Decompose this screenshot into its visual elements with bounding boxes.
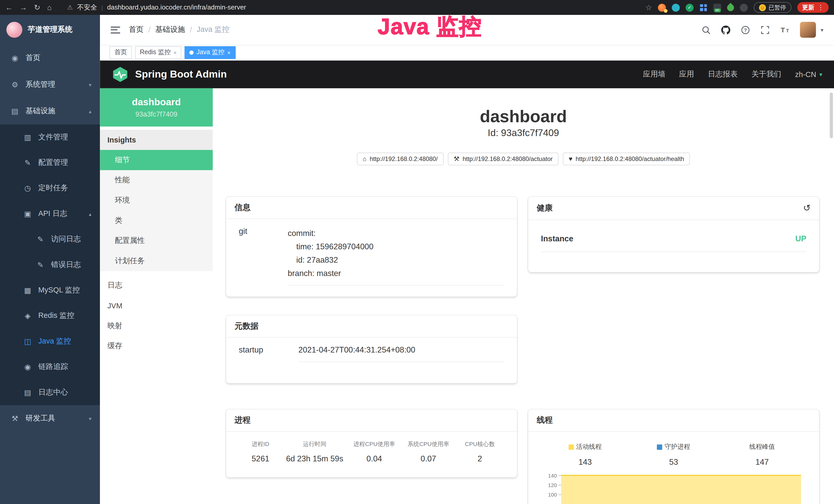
sidebar-item-devtools[interactable]: ⚒ 研发工具 ▾	[0, 405, 100, 432]
page-subtitle: Id: 93a3fc7f7409	[213, 128, 834, 139]
instance-header[interactable]: dashboard 93a3fc7f7409	[100, 88, 213, 127]
status-badge: UP	[795, 234, 806, 243]
svg-text:?: ?	[744, 27, 747, 32]
help-icon[interactable]: ?	[741, 25, 750, 35]
extension-octopus-icon[interactable]	[740, 3, 748, 11]
sba-menu-environment[interactable]: 环境	[100, 190, 213, 210]
sba-menu-beans[interactable]: 类	[100, 210, 213, 231]
svg-text:T: T	[786, 28, 789, 33]
threads-chart-plot	[561, 473, 801, 504]
left-column: 信息 git commit: time: 1596289704000	[226, 197, 517, 478]
sba-main: dashboard Id: 93a3fc7f7409 ⌂ http://192.…	[213, 88, 834, 504]
sidebar-item-trace[interactable]: ◉ 链路追踪	[0, 354, 100, 380]
file-icon: ▥	[23, 133, 32, 141]
chevron-up-icon: ▴	[89, 211, 91, 217]
scrollbar-thumb[interactable]	[830, 92, 833, 138]
sidebar-item-file-manage[interactable]: ▥ 文件管理	[0, 124, 100, 150]
close-icon[interactable]: ×	[173, 49, 177, 56]
extension-switch-icon[interactable]: on	[713, 3, 721, 11]
tab-home[interactable]: 首页	[110, 46, 132, 59]
sba-menu-configprops[interactable]: 配置属性	[100, 231, 213, 251]
browser-forward-icon[interactable]: →	[20, 4, 27, 11]
breadcrumb-section[interactable]: 基础设施	[155, 25, 185, 35]
redis-icon: ◈	[23, 312, 32, 320]
sidebar-item-config-manage[interactable]: ✎ 配置管理	[0, 150, 100, 175]
browser-reload-icon[interactable]: ↻	[34, 4, 40, 11]
address-bar[interactable]: ⚠ 不安全 | dashboard.yudao.iocoder.cn/infra…	[67, 3, 639, 12]
sidebar-item-api-log[interactable]: ▣ API 日志 ▴	[0, 201, 100, 226]
search-icon[interactable]	[701, 25, 711, 35]
paused-label: 已暂停	[768, 3, 786, 11]
sba-menu-details[interactable]: 细节	[100, 150, 213, 170]
health-card: 健康 ↺ Instance UP	[528, 197, 819, 272]
url-text[interactable]: dashboard.yudao.iocoder.cn/infra/admin-s…	[107, 4, 246, 11]
browser-home-icon[interactable]: ⌂	[47, 4, 52, 11]
clock-icon: ◷	[23, 184, 32, 192]
actuator-url-button[interactable]: ⚒ http://192.168.0.2:48080/actuator	[448, 153, 558, 166]
threads-card: 线程 活动线程 守护进程 线程峰值 143 53	[528, 410, 819, 504]
sidebar-item-system[interactable]: ⚙ 系统管理 ▾	[0, 71, 100, 98]
sba-menu-mappings[interactable]: 映射	[100, 316, 213, 336]
sba-menu-group-insights: Insights	[100, 130, 213, 150]
font-size-icon[interactable]: TT	[780, 25, 790, 35]
history-icon[interactable]: ↺	[803, 203, 811, 214]
heartbeat-icon: ♥	[569, 156, 572, 162]
metadata-key: startup	[239, 345, 299, 362]
sidebar-item-log-center[interactable]: ▤ 日志中心	[0, 380, 100, 405]
extension-check-icon[interactable]: ✓	[685, 3, 694, 11]
service-url-button[interactable]: ⌂ http://192.168.0.2:48080/	[357, 153, 444, 166]
instance-links: ⌂ http://192.168.0.2:48080/ ⚒ http://192…	[213, 153, 834, 166]
sidebar-item-scheduled-job[interactable]: ◷ 定时任务	[0, 175, 100, 201]
extension-leaf-icon[interactable]	[726, 3, 736, 12]
tab-redis-monitor[interactable]: Redis 监控 ×	[135, 46, 182, 59]
sba-menu-loggers[interactable]: 日志	[100, 275, 213, 296]
app-logo[interactable]: 芋道管理系统	[0, 15, 100, 45]
sidebar-item-mysql-monitor[interactable]: ▦ MySQL 监控	[0, 278, 100, 303]
browser-back-icon[interactable]: ←	[5, 4, 13, 11]
sidebar-collapse-icon[interactable]	[111, 26, 120, 33]
sidebar-item-access-log[interactable]: ✎ 访问日志	[0, 226, 100, 252]
sba-nav-applications[interactable]: 应用	[679, 70, 694, 79]
extension-pin-icon[interactable]	[672, 3, 680, 11]
sba-nav-about[interactable]: 关于我们	[751, 70, 781, 79]
fullscreen-icon[interactable]	[761, 25, 770, 35]
profile-paused-badge[interactable]: ☺ 已暂停	[753, 2, 791, 13]
sba-menu-caches[interactable]: 缓存	[100, 336, 213, 357]
sidebar-item-error-log[interactable]: ✎ 错误日志	[0, 252, 100, 278]
sidebar-item-redis-monitor[interactable]: ◈ Redis 监控	[0, 303, 100, 328]
security-warning-label[interactable]: 不安全	[77, 3, 97, 12]
sidebar-item-java-monitor[interactable]: ◫ Java 监控	[0, 329, 100, 354]
metadata-value: 2021-04-27T00:44:31.254+08:00	[299, 345, 504, 362]
svg-text:T: T	[781, 26, 785, 33]
threads-legend: 活动线程 守护进程 线程峰值 143 53 147	[541, 439, 806, 466]
info-key: git	[239, 227, 288, 286]
breadcrumb-home[interactable]: 首页	[129, 25, 144, 35]
github-icon[interactable]	[721, 25, 731, 35]
sidebar-item-infra[interactable]: ▤ 基础设施 ▴	[0, 98, 100, 124]
tab-java-monitor[interactable]: Java 监控 ×	[185, 46, 236, 59]
close-icon[interactable]: ×	[227, 49, 231, 56]
sba-nav-wallboard[interactable]: 应用墙	[643, 70, 665, 79]
threads-chart: 140 120 100	[541, 473, 806, 504]
locale-selector[interactable]: zh-CN ▾	[795, 70, 822, 78]
bookmark-star-icon[interactable]: ☆	[645, 3, 652, 12]
database-icon: ▦	[23, 286, 32, 295]
avatar-caret-icon[interactable]: ▾	[821, 27, 823, 33]
home-icon: ⌂	[363, 156, 367, 162]
browser-menu-kebab-icon[interactable]: ⋮	[817, 4, 824, 11]
sba-brand-title[interactable]: Spring Boot Admin	[135, 69, 227, 81]
sba-menu-scheduled-tasks[interactable]: 计划任务	[100, 251, 213, 271]
browser-update-button[interactable]: 更新 ⋮	[797, 2, 829, 13]
extension-grid-icon[interactable]	[699, 3, 707, 11]
sidebar-item-home[interactable]: ◉ 首页	[0, 45, 100, 71]
peak-threads-value: 147	[718, 458, 806, 466]
health-url-button[interactable]: ♥ http://192.168.0.2:48080/actuator/heal…	[563, 153, 690, 166]
user-avatar[interactable]	[800, 22, 816, 38]
chevron-down-icon: ▾	[89, 415, 91, 421]
sba-menu-metrics[interactable]: 性能	[100, 170, 213, 190]
extension-fox-icon[interactable]	[658, 3, 666, 11]
security-warning-icon: ⚠	[67, 4, 73, 11]
sba-nav-journal[interactable]: 日志报表	[708, 70, 738, 79]
sba-menu-jvm[interactable]: JVM	[100, 296, 213, 316]
log-icon: ▣	[23, 209, 32, 218]
